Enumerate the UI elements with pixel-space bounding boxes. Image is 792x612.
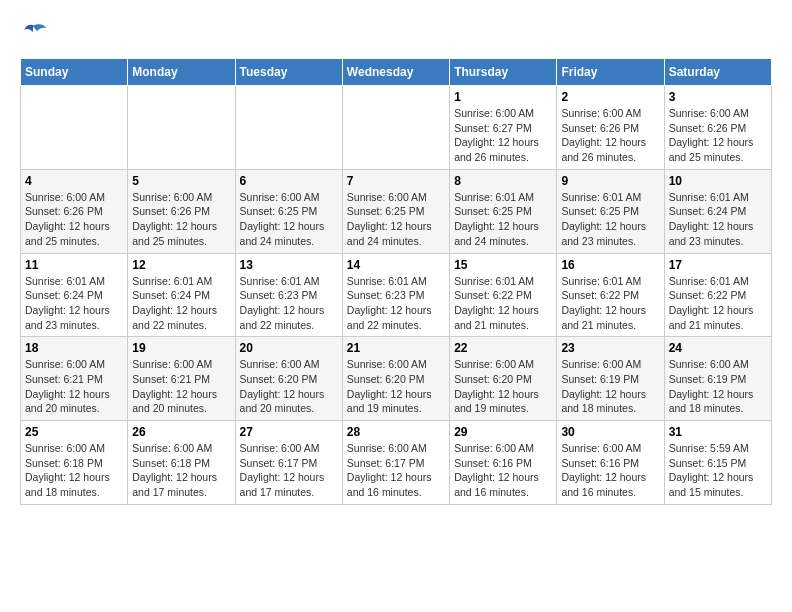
day-info: Sunrise: 6:00 AM Sunset: 6:19 PM Dayligh… [561, 357, 659, 416]
day-header-friday: Friday [557, 59, 664, 86]
calendar-cell: 23Sunrise: 6:00 AM Sunset: 6:19 PM Dayli… [557, 337, 664, 421]
calendar-cell: 5Sunrise: 6:00 AM Sunset: 6:26 PM Daylig… [128, 169, 235, 253]
day-info: Sunrise: 6:00 AM Sunset: 6:19 PM Dayligh… [669, 357, 767, 416]
calendar-cell: 27Sunrise: 6:00 AM Sunset: 6:17 PM Dayli… [235, 421, 342, 505]
day-number: 19 [132, 341, 230, 355]
calendar-cell: 4Sunrise: 6:00 AM Sunset: 6:26 PM Daylig… [21, 169, 128, 253]
day-header-tuesday: Tuesday [235, 59, 342, 86]
day-number: 3 [669, 90, 767, 104]
day-number: 15 [454, 258, 552, 272]
logo-bird-icon [20, 20, 48, 48]
day-number: 18 [25, 341, 123, 355]
day-number: 5 [132, 174, 230, 188]
calendar-cell: 11Sunrise: 6:01 AM Sunset: 6:24 PM Dayli… [21, 253, 128, 337]
week-row-2: 4Sunrise: 6:00 AM Sunset: 6:26 PM Daylig… [21, 169, 772, 253]
day-header-sunday: Sunday [21, 59, 128, 86]
day-info: Sunrise: 6:01 AM Sunset: 6:24 PM Dayligh… [669, 190, 767, 249]
day-number: 29 [454, 425, 552, 439]
week-row-3: 11Sunrise: 6:01 AM Sunset: 6:24 PM Dayli… [21, 253, 772, 337]
calendar-cell [235, 86, 342, 170]
day-info: Sunrise: 6:00 AM Sunset: 6:18 PM Dayligh… [132, 441, 230, 500]
calendar-table: SundayMondayTuesdayWednesdayThursdayFrid… [20, 58, 772, 505]
day-number: 11 [25, 258, 123, 272]
week-row-1: 1Sunrise: 6:00 AM Sunset: 6:27 PM Daylig… [21, 86, 772, 170]
day-info: Sunrise: 6:00 AM Sunset: 6:26 PM Dayligh… [669, 106, 767, 165]
calendar-cell: 22Sunrise: 6:00 AM Sunset: 6:20 PM Dayli… [450, 337, 557, 421]
day-info: Sunrise: 6:01 AM Sunset: 6:25 PM Dayligh… [454, 190, 552, 249]
day-info: Sunrise: 6:00 AM Sunset: 6:16 PM Dayligh… [454, 441, 552, 500]
calendar-cell: 13Sunrise: 6:01 AM Sunset: 6:23 PM Dayli… [235, 253, 342, 337]
day-number: 28 [347, 425, 445, 439]
day-number: 1 [454, 90, 552, 104]
day-info: Sunrise: 6:00 AM Sunset: 6:27 PM Dayligh… [454, 106, 552, 165]
day-info: Sunrise: 6:00 AM Sunset: 6:20 PM Dayligh… [240, 357, 338, 416]
day-number: 4 [25, 174, 123, 188]
day-info: Sunrise: 6:01 AM Sunset: 6:22 PM Dayligh… [561, 274, 659, 333]
day-info: Sunrise: 6:00 AM Sunset: 6:17 PM Dayligh… [240, 441, 338, 500]
logo [20, 20, 52, 48]
day-number: 21 [347, 341, 445, 355]
day-number: 7 [347, 174, 445, 188]
calendar-cell: 15Sunrise: 6:01 AM Sunset: 6:22 PM Dayli… [450, 253, 557, 337]
day-info: Sunrise: 6:01 AM Sunset: 6:23 PM Dayligh… [240, 274, 338, 333]
calendar-cell: 25Sunrise: 6:00 AM Sunset: 6:18 PM Dayli… [21, 421, 128, 505]
calendar-cell: 28Sunrise: 6:00 AM Sunset: 6:17 PM Dayli… [342, 421, 449, 505]
day-number: 12 [132, 258, 230, 272]
calendar-header: SundayMondayTuesdayWednesdayThursdayFrid… [21, 59, 772, 86]
day-info: Sunrise: 6:00 AM Sunset: 6:17 PM Dayligh… [347, 441, 445, 500]
calendar-cell: 17Sunrise: 6:01 AM Sunset: 6:22 PM Dayli… [664, 253, 771, 337]
day-info: Sunrise: 6:00 AM Sunset: 6:25 PM Dayligh… [240, 190, 338, 249]
calendar-cell: 19Sunrise: 6:00 AM Sunset: 6:21 PM Dayli… [128, 337, 235, 421]
day-info: Sunrise: 6:00 AM Sunset: 6:20 PM Dayligh… [347, 357, 445, 416]
calendar-cell: 21Sunrise: 6:00 AM Sunset: 6:20 PM Dayli… [342, 337, 449, 421]
day-number: 24 [669, 341, 767, 355]
week-row-4: 18Sunrise: 6:00 AM Sunset: 6:21 PM Dayli… [21, 337, 772, 421]
day-info: Sunrise: 6:01 AM Sunset: 6:22 PM Dayligh… [669, 274, 767, 333]
day-info: Sunrise: 6:01 AM Sunset: 6:25 PM Dayligh… [561, 190, 659, 249]
day-number: 13 [240, 258, 338, 272]
day-number: 30 [561, 425, 659, 439]
calendar-cell: 14Sunrise: 6:01 AM Sunset: 6:23 PM Dayli… [342, 253, 449, 337]
calendar-cell: 30Sunrise: 6:00 AM Sunset: 6:16 PM Dayli… [557, 421, 664, 505]
day-info: Sunrise: 6:01 AM Sunset: 6:22 PM Dayligh… [454, 274, 552, 333]
day-header-thursday: Thursday [450, 59, 557, 86]
day-header-wednesday: Wednesday [342, 59, 449, 86]
header-row: SundayMondayTuesdayWednesdayThursdayFrid… [21, 59, 772, 86]
day-number: 31 [669, 425, 767, 439]
day-number: 20 [240, 341, 338, 355]
day-info: Sunrise: 6:00 AM Sunset: 6:26 PM Dayligh… [25, 190, 123, 249]
day-info: Sunrise: 6:00 AM Sunset: 6:26 PM Dayligh… [561, 106, 659, 165]
calendar-cell: 20Sunrise: 6:00 AM Sunset: 6:20 PM Dayli… [235, 337, 342, 421]
calendar-cell: 9Sunrise: 6:01 AM Sunset: 6:25 PM Daylig… [557, 169, 664, 253]
calendar-cell: 3Sunrise: 6:00 AM Sunset: 6:26 PM Daylig… [664, 86, 771, 170]
calendar-cell [128, 86, 235, 170]
day-number: 22 [454, 341, 552, 355]
calendar-cell: 12Sunrise: 6:01 AM Sunset: 6:24 PM Dayli… [128, 253, 235, 337]
calendar-body: 1Sunrise: 6:00 AM Sunset: 6:27 PM Daylig… [21, 86, 772, 505]
day-number: 23 [561, 341, 659, 355]
calendar-cell: 26Sunrise: 6:00 AM Sunset: 6:18 PM Dayli… [128, 421, 235, 505]
day-info: Sunrise: 6:00 AM Sunset: 6:16 PM Dayligh… [561, 441, 659, 500]
day-number: 14 [347, 258, 445, 272]
day-number: 16 [561, 258, 659, 272]
day-info: Sunrise: 6:01 AM Sunset: 6:23 PM Dayligh… [347, 274, 445, 333]
calendar-cell: 10Sunrise: 6:01 AM Sunset: 6:24 PM Dayli… [664, 169, 771, 253]
day-number: 6 [240, 174, 338, 188]
day-number: 25 [25, 425, 123, 439]
calendar-cell: 18Sunrise: 6:00 AM Sunset: 6:21 PM Dayli… [21, 337, 128, 421]
day-info: Sunrise: 6:00 AM Sunset: 6:26 PM Dayligh… [132, 190, 230, 249]
day-number: 27 [240, 425, 338, 439]
calendar-cell: 2Sunrise: 6:00 AM Sunset: 6:26 PM Daylig… [557, 86, 664, 170]
day-header-monday: Monday [128, 59, 235, 86]
week-row-5: 25Sunrise: 6:00 AM Sunset: 6:18 PM Dayli… [21, 421, 772, 505]
day-info: Sunrise: 6:00 AM Sunset: 6:21 PM Dayligh… [25, 357, 123, 416]
day-info: Sunrise: 6:01 AM Sunset: 6:24 PM Dayligh… [25, 274, 123, 333]
calendar-cell: 7Sunrise: 6:00 AM Sunset: 6:25 PM Daylig… [342, 169, 449, 253]
day-number: 9 [561, 174, 659, 188]
day-info: Sunrise: 6:00 AM Sunset: 6:20 PM Dayligh… [454, 357, 552, 416]
calendar-cell: 6Sunrise: 6:00 AM Sunset: 6:25 PM Daylig… [235, 169, 342, 253]
page-header [20, 20, 772, 48]
day-info: Sunrise: 6:01 AM Sunset: 6:24 PM Dayligh… [132, 274, 230, 333]
day-number: 17 [669, 258, 767, 272]
calendar-cell: 31Sunrise: 5:59 AM Sunset: 6:15 PM Dayli… [664, 421, 771, 505]
